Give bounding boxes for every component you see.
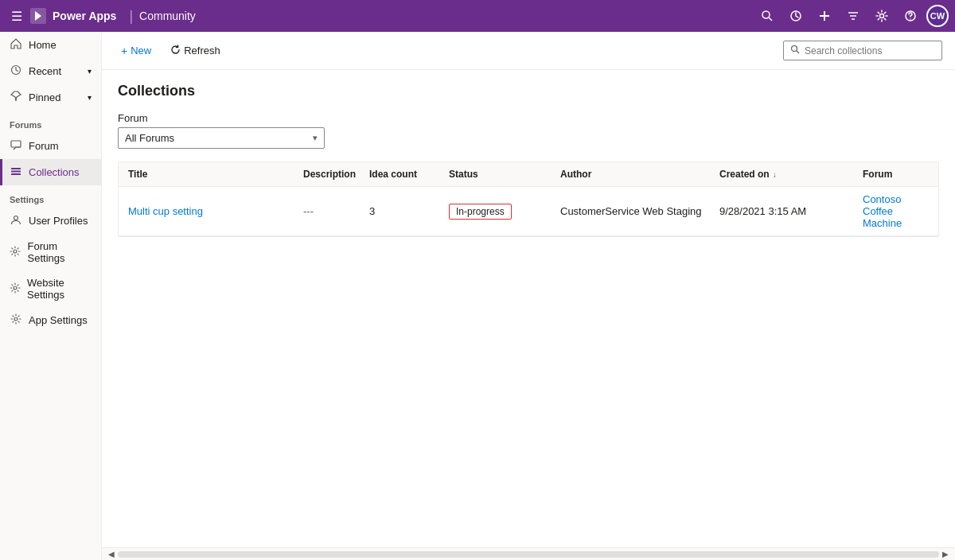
topbar-context: Community	[139, 10, 196, 22]
sidebar-user-profiles-label: User Profiles	[29, 215, 88, 227]
new-button[interactable]: + New	[115, 41, 158, 61]
col-header-title: Title	[128, 169, 303, 180]
avatar[interactable]: CW	[926, 5, 949, 27]
svg-point-1	[762, 11, 770, 18]
sidebar-recent-label: Recent	[29, 65, 61, 77]
website-settings-icon	[10, 282, 21, 296]
sidebar: Home Recent ▾ Pinned ▾ Forums Forum	[0, 32, 102, 560]
search-icon[interactable]	[754, 3, 780, 29]
row-created-on: 9/28/2021 3:15 AM	[719, 205, 863, 217]
collections-table: Title Description Idea count Status Auth…	[118, 161, 939, 237]
refresh-icon	[170, 45, 181, 57]
add-icon[interactable]	[812, 3, 837, 29]
search-input[interactable]	[805, 45, 935, 56]
filter-section: Forum All Forums ▾	[118, 112, 939, 149]
sidebar-website-settings-label: Website Settings	[27, 277, 92, 301]
sidebar-item-app-settings[interactable]: App Settings	[0, 307, 101, 333]
main-layout: Home Recent ▾ Pinned ▾ Forums Forum	[0, 32, 955, 560]
app-settings-icon	[10, 313, 22, 327]
col-header-created-on[interactable]: Created on ↓	[719, 169, 863, 180]
sidebar-item-pinned[interactable]: Pinned ▾	[0, 84, 101, 111]
home-icon	[10, 38, 22, 52]
sidebar-item-user-profiles[interactable]: User Profiles	[0, 208, 101, 234]
forum-filter-select[interactable]: All Forums ▾	[118, 127, 325, 149]
svg-rect-14	[11, 168, 21, 169]
search-box-icon	[790, 45, 800, 56]
sidebar-pinned-label: Pinned	[29, 91, 60, 103]
row-idea-count: 3	[369, 205, 449, 217]
svg-rect-13	[11, 141, 21, 147]
forum-icon	[10, 139, 22, 153]
svg-point-21	[792, 46, 797, 52]
content-area: + New Refresh Collections Forum	[102, 32, 955, 560]
sidebar-item-forum[interactable]: Forum	[0, 133, 101, 159]
topbar: ☰ Power Apps | Community CW	[0, 0, 955, 32]
search-box[interactable]	[783, 41, 942, 60]
pin-icon	[10, 91, 22, 104]
app-name: Power Apps	[53, 10, 116, 22]
page-title: Collections	[118, 83, 939, 99]
pinned-chevron: ▾	[88, 93, 92, 102]
col-header-idea-count: Idea count	[369, 169, 449, 180]
svg-line-2	[769, 18, 772, 21]
settings-icon[interactable]	[869, 3, 895, 29]
svg-point-20	[14, 317, 18, 321]
svg-point-17	[14, 216, 18, 220]
power-apps-logo	[30, 8, 46, 24]
scroll-left-icon[interactable]: ◀	[105, 550, 118, 558]
sidebar-home-label: Home	[29, 39, 57, 51]
forum-settings-icon	[10, 246, 21, 259]
svg-point-11	[910, 18, 910, 19]
bottom-scrollbar: ◀ ▶	[102, 547, 955, 560]
recent-chevron: ▾	[88, 67, 92, 76]
col-header-forum: Forum	[863, 169, 929, 180]
recent-sidebar-icon	[10, 64, 22, 78]
sidebar-item-recent[interactable]: Recent ▾	[0, 58, 101, 84]
row-description: ---	[303, 205, 369, 217]
sidebar-collections-label: Collections	[29, 166, 80, 178]
new-plus-icon: +	[121, 45, 127, 57]
sidebar-item-collections[interactable]: Collections	[0, 159, 101, 185]
refresh-button[interactable]: Refresh	[164, 41, 227, 61]
row-status: In-progress	[449, 204, 560, 220]
svg-point-18	[14, 250, 17, 253]
table-header: Title Description Idea count Status Auth…	[119, 162, 938, 187]
row-title[interactable]: Multi cup setting	[128, 205, 303, 217]
sort-icon: ↓	[773, 170, 777, 179]
new-label: New	[131, 45, 151, 56]
svg-point-19	[14, 286, 17, 290]
sidebar-item-website-settings[interactable]: Website Settings	[0, 270, 101, 307]
help-icon[interactable]	[898, 3, 923, 29]
col-header-description: Description	[303, 169, 369, 180]
col-header-status: Status	[449, 169, 560, 180]
row-forum[interactable]: Contoso Coffee Machine	[863, 193, 929, 229]
menu-icon[interactable]: ☰	[6, 6, 27, 27]
col-header-author: Author	[560, 169, 719, 180]
sidebar-forum-label: Forum	[29, 140, 59, 152]
row-author: CustomerService Web Staging	[560, 205, 719, 217]
scroll-right-icon[interactable]: ▶	[939, 550, 952, 558]
table-row: Multi cup setting --- 3 In-progress Cust…	[119, 187, 938, 236]
forum-filter-chevron: ▾	[313, 133, 318, 143]
filter-icon[interactable]	[840, 3, 866, 29]
sidebar-item-home[interactable]: Home	[0, 32, 101, 58]
scrollbar-track[interactable]	[118, 551, 939, 558]
svg-rect-16	[11, 173, 21, 175]
svg-rect-15	[11, 171, 21, 173]
recent-icon[interactable]	[783, 3, 809, 29]
sidebar-forum-settings-label: Forum Settings	[28, 240, 92, 264]
refresh-label: Refresh	[184, 45, 220, 56]
user-profiles-icon	[10, 214, 22, 228]
sidebar-app-settings-label: App Settings	[29, 314, 88, 326]
sidebar-item-forum-settings[interactable]: Forum Settings	[0, 234, 101, 270]
forums-section-header: Forums	[0, 111, 101, 133]
brand: Power Apps	[30, 8, 116, 24]
toolbar: + New Refresh	[102, 32, 955, 70]
collections-icon	[10, 165, 22, 179]
svg-line-22	[797, 51, 799, 53]
topbar-divider: |	[129, 8, 133, 25]
settings-section-header: Settings	[0, 185, 101, 208]
forum-filter-value: All Forums	[125, 132, 313, 144]
page-content: Collections Forum All Forums ▾ Title Des…	[102, 70, 955, 547]
filter-label: Forum	[118, 112, 939, 124]
